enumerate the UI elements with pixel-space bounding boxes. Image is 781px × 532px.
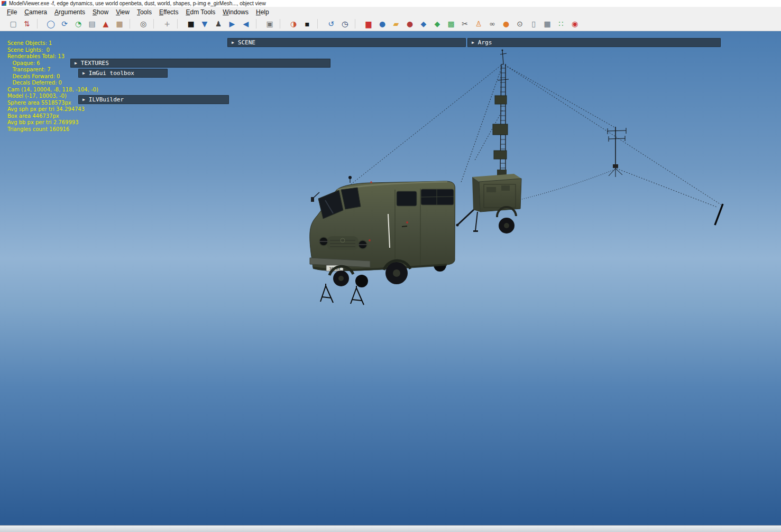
- chevron-right-icon: ▶: [82, 95, 85, 104]
- move-gizmo-icon[interactable]: +: [160, 18, 174, 30]
- panel-label-imgui-toolbox: ImGui toolbox: [89, 69, 134, 78]
- record-icon[interactable]: ◉: [568, 18, 582, 30]
- panel-label-args: Args: [478, 38, 492, 47]
- debug-line: Box area 446737px: [7, 113, 98, 120]
- skeleton-icon[interactable]: ♙: [472, 18, 485, 30]
- render-target-icon[interactable]: ■: [184, 18, 198, 30]
- menu-bar: FileCameraArgumentsShowViewToolsEffectsE…: [0, 7, 781, 17]
- color-wheel-icon[interactable]: ◑: [287, 18, 300, 30]
- panel-header-ilvbuilder[interactable]: ▶ ILVBuilder: [78, 95, 229, 104]
- export-document-icon[interactable]: ▲: [99, 18, 113, 30]
- menu-show[interactable]: Show: [89, 8, 112, 16]
- menu-view[interactable]: View: [112, 8, 133, 16]
- folder-icon[interactable]: ▰: [389, 18, 403, 30]
- chevron-right-icon: ▶: [472, 38, 474, 47]
- menu-tools[interactable]: Tools: [133, 8, 155, 16]
- reload-icon[interactable]: ⟳: [58, 18, 71, 30]
- binoculars-icon[interactable]: ∞: [485, 18, 499, 30]
- panel-label-scene: SCENE: [238, 38, 255, 47]
- toolbar-separator: [280, 19, 287, 29]
- media-document-icon[interactable]: ▤: [85, 18, 99, 30]
- cube-blue-icon[interactable]: ◆: [417, 18, 430, 30]
- image-icon[interactable]: ▩: [444, 18, 458, 30]
- chevron-right-icon: ▶: [82, 69, 85, 78]
- toolbar-separator: [130, 19, 136, 29]
- support-jacks: [320, 284, 364, 305]
- rewind-icon[interactable]: ◀: [239, 18, 253, 30]
- menu-help[interactable]: Help: [252, 8, 273, 16]
- world-time-icon[interactable]: ◷: [338, 18, 352, 30]
- find-model-icon[interactable]: ⊙: [513, 18, 527, 30]
- new-document-icon[interactable]: ▢: [6, 18, 20, 30]
- title-bar[interactable]: ModelViewer.exe -f, edge dynamics, use w…: [0, 0, 781, 7]
- red-sphere-icon[interactable]: ●: [403, 18, 417, 30]
- undo-icon[interactable]: ↺: [324, 18, 338, 30]
- menu-arguments[interactable]: Arguments: [51, 8, 89, 16]
- panel-header-imgui-toolbox[interactable]: ▶ ImGui toolbox: [78, 69, 168, 78]
- app-icon: [2, 1, 6, 6]
- chart-icon[interactable]: ▆: [362, 18, 375, 30]
- archive-icon[interactable]: ▦: [113, 18, 126, 30]
- toolbar-separator: [355, 19, 362, 29]
- scissors-icon[interactable]: ✂: [458, 18, 472, 30]
- bottom-strip: [0, 525, 781, 532]
- dots-grid-icon[interactable]: ∷: [554, 18, 568, 30]
- notes-icon[interactable]: ▯: [527, 18, 540, 30]
- trailer-model[interactable]: [456, 170, 522, 234]
- browser-icon[interactable]: ◔: [71, 18, 85, 30]
- filter-icon[interactable]: ▼: [198, 18, 212, 30]
- toolbar-separator: [153, 19, 160, 29]
- debug-overlay: Scene Objects: 1Scene Lights: 0Renderabl…: [7, 40, 98, 133]
- debug-line: Avg sph px per tri 34.294743: [7, 106, 98, 113]
- van-model[interactable]: 30-84: [310, 176, 455, 305]
- debug-line: Decals Deferred: 0: [7, 80, 98, 87]
- play-icon[interactable]: ▶: [225, 18, 239, 30]
- character-icon[interactable]: ♟: [212, 18, 225, 30]
- menu-edm-tools[interactable]: Edm Tools: [182, 8, 219, 16]
- chevron-right-icon: ▶: [75, 59, 77, 68]
- panel-header-args[interactable]: ▶ Args: [467, 38, 721, 47]
- window-title: ModelViewer.exe -f, edge dynamics, use w…: [9, 1, 266, 6]
- viewport-3d[interactable]: 30-84 Scene Objects: 1Scene Lights: 0Ren…: [0, 31, 781, 525]
- material-icon[interactable]: ▣: [263, 18, 277, 30]
- screenshot-icon[interactable]: ◎: [136, 18, 150, 30]
- menu-file[interactable]: File: [3, 8, 21, 16]
- panel-label-textures: TEXTURES: [81, 59, 109, 68]
- sphere-preview-icon[interactable]: ◯: [44, 18, 58, 30]
- panel-label-ilvbuilder: ILVBuilder: [89, 95, 124, 104]
- debug-line: Scene Lights: 0: [7, 47, 98, 54]
- debug-line: Avg bb px per tri 2.769993: [7, 119, 98, 126]
- scene-canvas: 30-84: [0, 31, 781, 525]
- grid-icon[interactable]: ▦: [540, 18, 554, 30]
- dipole-antenna[interactable]: [608, 127, 626, 177]
- debug-line: Triangles count 160916: [7, 126, 98, 133]
- toolbar-separator: [317, 19, 324, 29]
- menu-camera[interactable]: Camera: [21, 8, 51, 16]
- ball-icon[interactable]: ●: [499, 18, 513, 30]
- debug-line: Scene Objects: 1: [7, 40, 98, 47]
- particle-icon[interactable]: ●: [375, 18, 389, 30]
- antenna-mast[interactable]: [493, 50, 509, 175]
- ground-stick: [715, 204, 723, 225]
- model-viewer-window: ModelViewer.exe -f, edge dynamics, use w…: [0, 0, 781, 532]
- cube-green-icon[interactable]: ◆: [430, 18, 444, 30]
- menu-effects[interactable]: Effects: [155, 8, 182, 16]
- fullscreen-icon[interactable]: ▪: [300, 18, 314, 30]
- toolbar-separator: [177, 19, 184, 29]
- panel-header-scene[interactable]: ▶ SCENE: [227, 38, 466, 47]
- pose-export-icon[interactable]: ⇅: [20, 18, 34, 30]
- toolbar: ▢⇅◯⟳◔▤▲▦◎+■▼♟▶◀▣◑▪↺◷▆●▰●◆◆▩✂♙∞●⊙▯▦∷◉: [0, 17, 781, 31]
- debug-line: Cam (14, 10004, -8, 118, -104, -0): [7, 87, 98, 94]
- panel-header-textures[interactable]: ▶ TEXTURES: [70, 59, 330, 68]
- toolbar-separator: [37, 19, 44, 29]
- menu-windows[interactable]: Windows: [219, 8, 252, 16]
- chevron-right-icon: ▶: [232, 38, 234, 47]
- toolbar-separator: [256, 19, 263, 29]
